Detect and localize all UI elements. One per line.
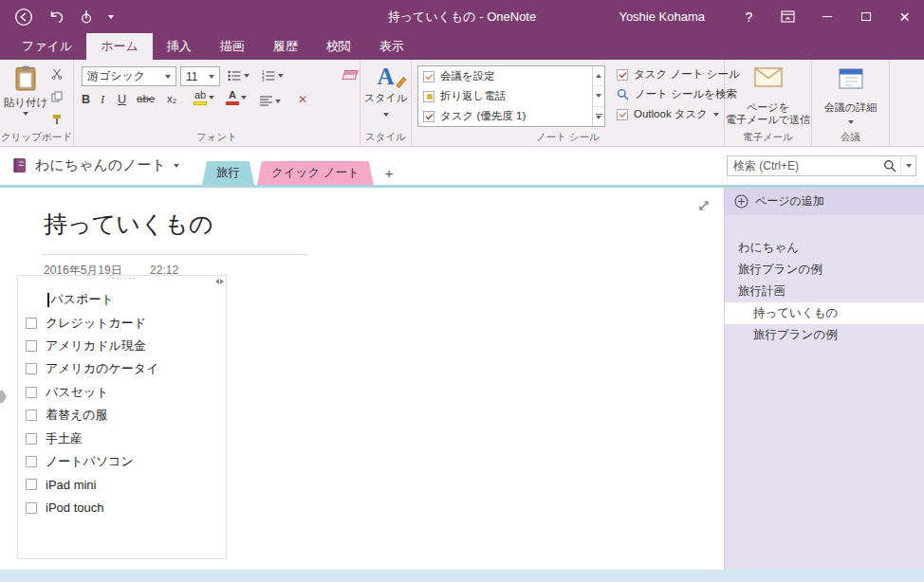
tag-option-task-priority1[interactable]: タスク (優先度 1) <box>418 106 593 126</box>
search-scope-dropdown[interactable] <box>900 156 915 175</box>
todo-text[interactable]: パスポート <box>51 291 114 308</box>
font-family-combo[interactable]: 游ゴシック <box>82 66 176 86</box>
close-button[interactable]: × <box>885 0 924 33</box>
tag-option-meeting[interactable]: 会議を設定 <box>418 66 593 86</box>
tag-scroll-up-button[interactable] <box>593 66 604 86</box>
note-tags-group-label: ノート シール <box>412 131 724 144</box>
todo-checkbox[interactable] <box>26 387 37 398</box>
font-color-button[interactable]: A <box>226 90 247 105</box>
font-size-combo[interactable]: 11 <box>180 66 220 86</box>
bold-button[interactable]: B <box>82 93 90 106</box>
todo-row[interactable]: アメリカのケータイ <box>18 357 226 380</box>
page-item[interactable]: わにちゃん <box>725 237 924 259</box>
clear-formatting-button[interactable]: ✕ <box>298 93 307 106</box>
help-button[interactable]: ? <box>730 0 768 33</box>
back-button[interactable] <box>14 8 33 27</box>
paragraph-alignment-button[interactable] <box>260 96 281 106</box>
todo-text[interactable]: アメリカのケータイ <box>46 360 158 377</box>
todo-row[interactable]: クレジットカード <box>18 311 226 334</box>
section-tab-travel[interactable]: 旅行 <box>202 161 254 185</box>
maximize-button[interactable] <box>846 0 885 33</box>
add-section-button[interactable]: + <box>377 161 402 185</box>
highlight-button[interactable]: ab <box>194 90 214 105</box>
body: 持っていくもの 2016年5月19日 22:12 ······· パスポート ク… <box>0 188 924 570</box>
todo-checkbox[interactable] <box>26 318 37 329</box>
search-box[interactable]: 検索 (Ctrl+E) <box>727 155 916 176</box>
tab-home[interactable]: ホーム <box>86 33 153 60</box>
todo-text[interactable]: バスセット <box>46 384 109 401</box>
todo-row[interactable]: iPad mini <box>18 473 226 496</box>
todo-text[interactable]: アメリカドル現金 <box>46 337 146 355</box>
italic-button[interactable]: I <box>101 93 104 107</box>
todo-checkbox[interactable] <box>26 340 37 352</box>
todo-text[interactable]: ノートパソコン <box>46 453 134 470</box>
todo-checkbox[interactable] <box>26 456 37 467</box>
search-button[interactable] <box>879 159 900 173</box>
cut-button[interactable] <box>51 68 63 82</box>
note-drag-handle[interactable]: ······· <box>18 276 226 288</box>
chevron-down-icon <box>108 15 114 19</box>
task-note-tag-button[interactable]: タスク ノート シール <box>617 64 740 84</box>
account-name[interactable]: Yoshie Kohama <box>619 9 705 24</box>
page-canvas[interactable]: 持っていくもの 2016年5月19日 22:12 ······· パスポート ク… <box>0 188 724 570</box>
bullets-button[interactable] <box>228 70 249 82</box>
numbering-button[interactable]: 123 <box>262 70 284 82</box>
todo-checkbox[interactable] <box>26 363 37 374</box>
tab-draw[interactable]: 描画 <box>206 33 259 60</box>
outlook-tasks-button[interactable]: Outlook タスク <box>617 104 740 124</box>
fullpage-view-button[interactable] <box>697 199 711 215</box>
todo-text[interactable]: 着替えの服 <box>46 407 108 424</box>
tab-file[interactable]: ファイル <box>8 33 86 60</box>
todo-row[interactable]: パスポート <box>18 288 226 311</box>
paragraph-handle[interactable] <box>0 391 7 403</box>
minimize-button[interactable] <box>807 0 846 33</box>
tab-review[interactable]: 校閲 <box>312 33 365 60</box>
todo-row[interactable]: 着替えの服 <box>18 404 226 427</box>
tab-insert[interactable]: 挿入 <box>153 33 206 60</box>
todo-checkbox[interactable] <box>26 479 37 490</box>
todo-text[interactable]: クレジットカード <box>46 315 146 332</box>
note-container[interactable]: ······· パスポート クレジットカード アメリカドル現金 ア <box>17 275 227 559</box>
todo-row[interactable]: ノートパソコン <box>18 450 226 473</box>
tag-gallery-more-button[interactable] <box>593 107 604 126</box>
triangle-left-icon <box>215 279 219 284</box>
todo-text[interactable]: iPad mini <box>46 478 96 492</box>
todo-text[interactable]: 手土産 <box>46 430 83 447</box>
todo-checkbox[interactable] <box>26 409 37 421</box>
underline-button[interactable]: U <box>118 93 126 106</box>
tab-view[interactable]: 表示 <box>365 33 418 60</box>
ribbon-display-options-button[interactable] <box>768 0 807 33</box>
todo-row[interactable]: 手土産 <box>18 427 226 449</box>
todo-row[interactable]: バスセット <box>18 381 226 404</box>
horizontal-scrollbar[interactable] <box>0 570 924 582</box>
resize-handle-icon[interactable] <box>215 279 224 284</box>
page-item[interactable]: 旅行計画 <box>725 281 924 302</box>
page-item-selected[interactable]: 持っていくもの <box>725 302 924 324</box>
page-title[interactable]: 持っていくもの <box>44 209 213 240</box>
styles-button[interactable]: A スタイル <box>360 64 411 119</box>
format-eraser-icon[interactable] <box>342 70 358 80</box>
page-item[interactable]: 旅行プランの例 <box>725 324 924 346</box>
notebook-dropdown[interactable]: わにちゃんのノート <box>11 156 179 174</box>
tag-scroll-down-button[interactable] <box>593 86 604 106</box>
search-input[interactable]: 検索 (Ctrl+E) <box>728 158 879 174</box>
todo-checkbox[interactable] <box>26 433 37 445</box>
customize-qat-button[interactable] <box>108 15 114 19</box>
page-item[interactable]: 旅行プランの例 <box>725 259 924 281</box>
todo-row[interactable]: アメリカドル現金 <box>18 335 226 357</box>
undo-button[interactable] <box>48 10 65 24</box>
section-tab-quick-notes[interactable]: クイック ノート <box>257 161 374 185</box>
subscript-button[interactable]: x₂ <box>167 93 176 104</box>
paste-button[interactable]: 貼り付け <box>2 65 49 116</box>
tag-option-callback[interactable]: 折り返し電話 <box>418 86 593 106</box>
todo-checkbox[interactable] <box>26 502 37 514</box>
touch-mode-button[interactable] <box>80 9 93 24</box>
copy-button[interactable] <box>51 91 63 105</box>
tab-history[interactable]: 履歴 <box>259 33 312 60</box>
todo-text[interactable]: iPod touch <box>46 500 103 515</box>
strikethrough-button[interactable]: abe <box>137 93 155 104</box>
todo-row[interactable]: iPod touch <box>18 497 226 519</box>
format-painter-button[interactable] <box>51 114 63 128</box>
add-page-button[interactable]: ページの追加 <box>725 188 924 215</box>
find-tags-button[interactable]: ノート シールを検索 <box>617 84 740 104</box>
